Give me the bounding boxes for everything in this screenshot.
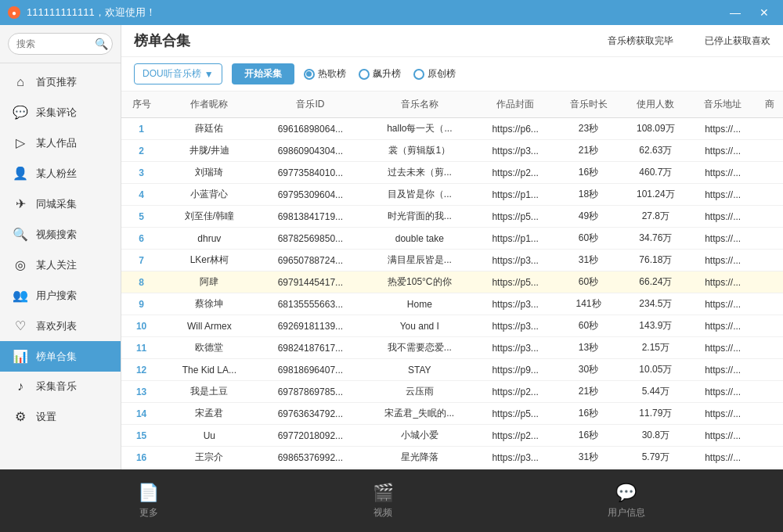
col-header-序号: 序号	[121, 92, 161, 118]
sidebar-item-likes-list[interactable]: ♡ 喜欢列表	[0, 311, 121, 341]
nav-icon-home: ⌂	[13, 75, 28, 89]
start-collect-button[interactable]: 开始采集	[232, 63, 294, 84]
table-cell-r6-c0: 7	[121, 250, 161, 271]
chart-dropdown[interactable]: DOU听音乐榜 ▼	[134, 63, 222, 84]
table-cell-r1-c5: 21秒	[555, 140, 622, 162]
bottom-nav-video[interactable]: 🎬 视频	[373, 483, 394, 519]
table-cell-r3-c0: 4	[121, 184, 161, 206]
table-cell-r6-c7: https://...	[690, 250, 756, 271]
table-cell-r14-c3: 小城小爱	[363, 425, 475, 447]
nav-icon-local-collect: ✈	[13, 196, 28, 211]
sidebar-item-user-search[interactable]: 👥 用户搜索	[0, 280, 121, 311]
table-cell-r1-c6: 62.63万	[622, 140, 689, 162]
sidebar-item-collect-comments[interactable]: 💬 采集评论	[0, 97, 121, 128]
table-cell-r0-c8	[756, 118, 783, 140]
table-cell-r13-c3: 宋孟君_失眠的...	[363, 403, 475, 425]
col-header-作者昵称: 作者昵称	[161, 92, 257, 118]
table-cell-r0-c1: 薛廷佑	[161, 118, 257, 140]
table-row: 12The Kid LA...69818696407...STAYhttps:/…	[121, 359, 783, 381]
table-cell-r14-c0: 15	[121, 425, 161, 447]
table-cell-r4-c1: 刘至佳/韩瞳	[161, 206, 257, 228]
table-cell-r4-c3: 时光背面的我...	[363, 206, 475, 228]
table-cell-r8-c0: 9	[121, 293, 161, 315]
sidebar-item-chart-collect[interactable]: 📊 榜单合集	[0, 341, 121, 372]
radio-original[interactable]: 原创榜	[413, 67, 456, 81]
col-header-使用人数: 使用人数	[622, 92, 689, 118]
search-icon[interactable]: 🔍	[95, 38, 108, 50]
table-row: 9蔡徐坤68135555663...Homehttps://p3...141秒2…	[121, 293, 783, 315]
sidebar-item-settings[interactable]: ⚙ 设置	[0, 401, 121, 432]
table-cell-r6-c4: https://p3...	[475, 250, 554, 271]
radio-hot[interactable]: 热歌榜	[304, 67, 346, 81]
table-cell-r7-c7: https://...	[690, 271, 756, 293]
table-cell-r11-c2: 69818696407...	[258, 359, 364, 381]
table-container: 序号作者昵称音乐ID音乐名称作品封面音乐时长使用人数音乐地址商 1薛廷佑6961…	[121, 92, 783, 469]
table-cell-r3-c2: 69795309604...	[258, 184, 364, 206]
bottom-nav-user-info[interactable]: 💬 用户信息	[608, 483, 645, 519]
sidebar-item-home[interactable]: ⌂ 首页推荐	[0, 67, 121, 97]
nav-icon-person-fans: 👤	[13, 166, 28, 181]
table-cell-r2-c5: 16秒	[555, 162, 622, 184]
table-cell-r2-c0: 3	[121, 162, 161, 184]
close-button[interactable]: ✕	[753, 5, 775, 20]
nav-icon-collect-comments: 💬	[13, 105, 28, 120]
table-cell-r1-c3: 裳（剪辑版1）	[363, 140, 475, 162]
table-cell-r6-c6: 76.18万	[622, 250, 689, 271]
table-cell-r10-c7: https://...	[690, 337, 756, 359]
table-body: 1薛廷佑69616898064...hallo每一天（...https://p6…	[121, 118, 783, 470]
table-cell-r14-c4: https://p2...	[475, 425, 554, 447]
sidebar-item-person-works[interactable]: ▷ 某人作品	[0, 128, 121, 158]
table-cell-r6-c3: 满目星辰皆是...	[363, 250, 475, 271]
table-cell-r15-c7: https://...	[690, 447, 756, 469]
table-cell-r6-c8	[756, 250, 783, 271]
table-row: 10Will Armex69269181139...You and Ihttps…	[121, 315, 783, 337]
radio-circle-hot	[304, 69, 315, 80]
table-cell-r0-c7: https://...	[690, 118, 756, 140]
table-cell-r15-c6: 5.79万	[622, 447, 689, 469]
sidebar-item-video-search[interactable]: 🔍 视频搜索	[0, 219, 121, 250]
table-cell-r10-c5: 13秒	[555, 337, 622, 359]
table-cell-r2-c3: 过去未来（剪...	[363, 162, 475, 184]
sidebar-item-local-collect[interactable]: ✈ 同城采集	[0, 189, 121, 219]
bottom-nav-label-video: 视频	[373, 506, 392, 519]
nav-items: ⌂ 首页推荐 💬 采集评论 ▷ 某人作品 👤 某人粉丝 ✈ 同城采集 🔍 视频搜…	[0, 63, 121, 469]
nav-label-person-follow: 某人关注	[36, 258, 77, 272]
table-cell-r11-c7: https://...	[690, 359, 756, 381]
table-cell-r3-c5: 18秒	[555, 184, 622, 206]
table-row: 14宋孟君69763634792...宋孟君_失眠的...https://p5.…	[121, 403, 783, 425]
table-cell-r7-c3: 热爱105°C的你	[363, 271, 475, 293]
col-header-作品封面: 作品封面	[475, 92, 554, 118]
search-wrapper: 🔍	[8, 33, 113, 55]
table-cell-r14-c1: Uu	[161, 425, 257, 447]
bottom-nav-icon-more: 📄	[138, 483, 159, 503]
music-table: 序号作者昵称音乐ID音乐名称作品封面音乐时长使用人数音乐地址商 1薛廷佑6961…	[121, 92, 783, 469]
table-cell-r8-c4: https://p3...	[475, 293, 554, 315]
minimize-button[interactable]: —	[723, 5, 747, 20]
table-cell-r5-c7: https://...	[690, 228, 756, 250]
table-cell-r3-c8	[756, 184, 783, 206]
table-cell-r15-c0: 16	[121, 447, 161, 469]
table-cell-r10-c3: 我不需要恋爱...	[363, 337, 475, 359]
content-area: 榜单合集 音乐榜获取完毕 已停止获取喜欢 DOU听音乐榜 ▼ 开始采集 热歌榜 …	[121, 25, 783, 469]
radio-rise[interactable]: 飙升榜	[359, 67, 401, 81]
sidebar-item-person-fans[interactable]: 👤 某人粉丝	[0, 158, 121, 189]
table-cell-r0-c3: hallo每一天（...	[363, 118, 475, 140]
table-cell-r9-c8	[756, 315, 783, 337]
sidebar-item-person-follow[interactable]: ◎ 某人关注	[0, 250, 121, 280]
bottom-nav-more[interactable]: 📄 更多	[138, 483, 159, 519]
status-stop: 已停止获取喜欢	[705, 34, 770, 48]
table-cell-r12-c3: 云压雨	[363, 381, 475, 403]
nav-label-chart-collect: 榜单合集	[36, 350, 77, 364]
table-cell-r9-c0: 10	[121, 315, 161, 337]
nav-label-video-search: 视频搜索	[36, 228, 77, 242]
table-row: 13我是土豆69787869785...云压雨https://p2...21秒5…	[121, 381, 783, 403]
table-cell-r9-c5: 60秒	[555, 315, 622, 337]
table-cell-r13-c2: 69763634792...	[258, 403, 364, 425]
table-cell-r4-c5: 49秒	[555, 206, 622, 228]
table-row: 11欧德堂69824187617...我不需要恋爱...https://p3..…	[121, 337, 783, 359]
table-cell-r12-c0: 13	[121, 381, 161, 403]
table-cell-r5-c8	[756, 228, 783, 250]
nav-icon-video-search: 🔍	[13, 227, 28, 242]
table-cell-r3-c3: 目及皆是你（...	[363, 184, 475, 206]
sidebar-item-collect-music[interactable]: ♪ 采集音乐	[0, 372, 121, 401]
